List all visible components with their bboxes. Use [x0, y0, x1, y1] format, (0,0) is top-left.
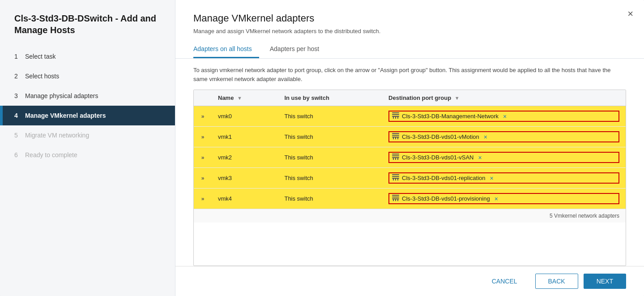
svg-rect-17 — [397, 158, 398, 160]
remove-port-group-icon[interactable]: × — [478, 154, 482, 161]
svg-rect-25 — [392, 197, 399, 197]
col-name[interactable]: Name ▼ — [212, 90, 278, 106]
step-content-2[interactable]: 2Select hosts — [3, 66, 175, 86]
step-number-6: 6 — [14, 151, 21, 159]
port-icon — [392, 133, 399, 141]
col-portgroup[interactable]: Destination port group ▼ — [382, 90, 626, 106]
step-content-5: 5Migrate VM networking — [3, 125, 175, 145]
sidebar-step-1[interactable]: 1Select task — [0, 47, 175, 66]
expand-cell[interactable]: » — [194, 147, 212, 168]
expand-icon[interactable]: » — [201, 196, 205, 202]
step-label-1: Select task — [25, 53, 55, 60]
name-sort-icon: ▼ — [237, 95, 242, 101]
port-group-name: Cls-3-Std3-DB-vds01-replication — [402, 175, 485, 181]
remove-port-group-icon[interactable]: × — [490, 175, 494, 182]
destination-port-group: Cls-3-Std3-DB-vds01-vSAN× — [382, 147, 626, 168]
table-header-row: Name ▼ In use by switch Destination port… — [194, 90, 626, 106]
sidebar-step-6: 6Ready to complete — [0, 145, 175, 165]
expand-cell[interactable]: » — [194, 189, 212, 209]
remove-port-group-icon[interactable]: × — [484, 133, 487, 141]
svg-rect-27 — [393, 199, 394, 201]
remove-port-group-icon[interactable]: × — [503, 113, 507, 120]
table-row[interactable]: »vmk2This switch Cls-3-Std3-DB-vds01-vSA… — [194, 147, 626, 168]
col-switch: In use by switch — [278, 90, 382, 106]
expand-cell[interactable]: » — [194, 127, 212, 147]
sidebar-title: Cls-3-Std3-DB-DSwitch - Add and Manage H… — [0, 13, 175, 47]
sidebar-step-4[interactable]: 4Manage VMkernel adapters — [0, 106, 175, 125]
expand-icon[interactable]: » — [201, 154, 205, 161]
step-label-2: Select hosts — [25, 73, 59, 80]
destination-port-group: Cls-3-Std3-DB-Management-Network× — [382, 106, 626, 127]
svg-rect-16 — [395, 158, 396, 160]
tab-adapters-per-host[interactable]: Adapters per host — [270, 42, 327, 58]
table-row[interactable]: »vmk0This switch Cls-3-Std3-DB-Managemen… — [194, 106, 626, 127]
svg-rect-6 — [392, 133, 399, 134]
step-number-2: 2 — [14, 73, 21, 80]
col-expand — [194, 90, 212, 106]
port-group-box: Cls-3-Std3-DB-vds01-provisioning× — [388, 193, 619, 204]
step-content-1[interactable]: 1Select task — [3, 47, 175, 66]
expand-cell[interactable]: » — [194, 106, 212, 127]
adapters-table: Name ▼ In use by switch Destination port… — [194, 90, 626, 209]
adapter-name: vmk1 — [212, 127, 278, 147]
sidebar-step-3[interactable]: 3Manage physical adapters — [0, 86, 175, 106]
switch-usage: This switch — [278, 106, 382, 127]
content-area: To assign vmkernel network adapter to po… — [175, 59, 644, 266]
svg-rect-2 — [392, 116, 399, 117]
sidebar-steps: 1Select task2Select hosts3Manage physica… — [0, 47, 175, 165]
expand-icon[interactable]: » — [201, 134, 205, 140]
table-footer: 5 Vmkernel network adapters — [194, 209, 626, 223]
cancel-button[interactable]: CANCEL — [479, 274, 530, 289]
remove-port-group-icon[interactable]: × — [495, 195, 498, 202]
adapter-name: vmk4 — [212, 189, 278, 209]
svg-rect-11 — [397, 137, 398, 139]
port-group-name: Cls-3-Std3-DB-vds01-vMotion — [402, 133, 479, 140]
table-row[interactable]: »vmk3This switch Cls-3-Std3-DB-vds01-rep… — [194, 168, 626, 189]
next-button[interactable]: NEXT — [584, 274, 626, 289]
switch-usage: This switch — [278, 168, 382, 189]
port-group-box: Cls-3-Std3-DB-vds01-replication× — [388, 172, 619, 184]
destination-port-group: Cls-3-Std3-DB-vds01-vMotion× — [382, 127, 626, 147]
expand-icon[interactable]: » — [201, 175, 205, 181]
sidebar-step-5: 5Migrate VM networking — [0, 125, 175, 145]
table-row[interactable]: »vmk4This switch Cls-3-Std3-DB-vds01-pro… — [194, 189, 626, 209]
page-subtitle: Manage and assign VMkernel network adapt… — [193, 28, 626, 34]
step-label-5: Migrate VM networking — [25, 132, 89, 139]
adapter-name: vmk3 — [212, 168, 278, 189]
svg-rect-15 — [393, 158, 394, 160]
table-row[interactable]: »vmk1This switch Cls-3-Std3-DB-vds01-vMo… — [194, 127, 626, 147]
destination-port-group: Cls-3-Std3-DB-vds01-replication× — [382, 168, 626, 189]
svg-rect-24 — [392, 195, 399, 196]
svg-rect-9 — [393, 137, 394, 139]
adapter-name: vmk0 — [212, 106, 278, 127]
step-label-3: Manage physical adapters — [25, 92, 98, 99]
step-content-3[interactable]: 3Manage physical adapters — [3, 86, 175, 106]
svg-rect-5 — [397, 117, 398, 119]
step-content-4[interactable]: 4Manage VMkernel adapters — [3, 106, 175, 125]
svg-rect-10 — [395, 137, 396, 139]
step-label-4: Manage VMkernel adapters — [25, 112, 106, 119]
expand-icon[interactable]: » — [201, 113, 205, 120]
svg-rect-1 — [392, 114, 399, 115]
svg-rect-20 — [392, 178, 399, 179]
back-button[interactable]: BACK — [535, 274, 578, 289]
svg-rect-0 — [392, 112, 399, 113]
tab-adapters-all-hosts[interactable]: Adapters on all hosts — [193, 42, 259, 58]
destination-port-group: Cls-3-Std3-DB-vds01-provisioning× — [382, 189, 626, 209]
port-icon — [392, 195, 399, 202]
sidebar-step-2[interactable]: 2Select hosts — [0, 66, 175, 86]
svg-rect-21 — [393, 179, 394, 180]
port-group-name: Cls-3-Std3-DB-vds01-vSAN — [402, 154, 473, 161]
expand-cell[interactable]: » — [194, 168, 212, 189]
svg-rect-7 — [392, 135, 399, 136]
svg-rect-19 — [392, 176, 399, 177]
switch-usage: This switch — [278, 189, 382, 209]
port-icon — [392, 112, 399, 120]
step-number-4: 4 — [14, 112, 21, 119]
close-button[interactable]: × — [627, 9, 633, 19]
step-content-6: 6Ready to complete — [3, 145, 175, 165]
main-content: Manage VMkernel adapters Manage and assi… — [175, 0, 644, 296]
switch-usage: This switch — [278, 147, 382, 168]
port-group-name: Cls-3-Std3-DB-vds01-provisioning — [402, 195, 490, 202]
svg-rect-14 — [392, 157, 399, 158]
